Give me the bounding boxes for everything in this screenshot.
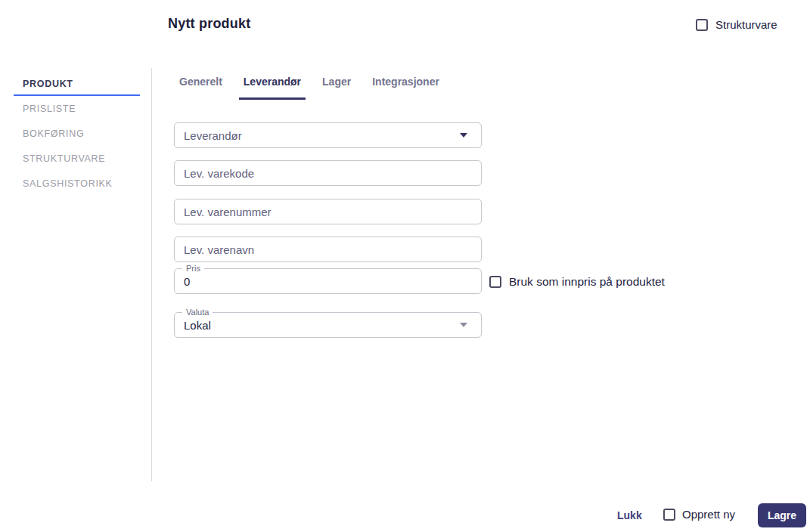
tab-generelt[interactable]: Generelt <box>175 76 227 100</box>
opprett-ny-checkbox-label: Opprett ny <box>682 508 735 521</box>
innpris-checkbox-label: Bruk som innpris på produktet <box>509 275 665 289</box>
pris-input[interactable] <box>184 269 472 293</box>
lev-varenummer-field[interactable] <box>174 199 482 224</box>
pris-field-label: Pris <box>182 263 204 274</box>
sidebar: PRODUKT PRISLISTE BOKFØRING STRUKTURVARE… <box>14 73 140 196</box>
sidebar-item-produkt[interactable]: PRODUKT <box>14 73 140 96</box>
sidebar-item-bokforing[interactable]: BOKFØRING <box>14 121 140 146</box>
leverandor-select-value: Leverandør <box>184 129 242 142</box>
chevron-down-icon <box>460 133 467 138</box>
strukturvare-checkbox-label: Strukturvare <box>715 18 777 31</box>
pris-field[interactable]: Pris <box>174 268 482 294</box>
strukturvare-checkbox[interactable]: Strukturvare <box>696 18 777 31</box>
strukturvare-checkbox-box[interactable] <box>696 19 708 31</box>
sidebar-item-prisliste[interactable]: PRISLISTE <box>14 96 140 121</box>
tab-lager[interactable]: Lager <box>318 76 355 100</box>
sidebar-divider <box>151 68 152 481</box>
lukk-button[interactable]: Lukk <box>617 509 642 521</box>
lev-varekode-input[interactable] <box>184 161 472 185</box>
innpris-checkbox[interactable]: Bruk som innpris på produktet <box>489 275 665 289</box>
tab-integrasjoner[interactable]: Integrasjoner <box>368 76 444 100</box>
sidebar-item-strukturvare[interactable]: STRUKTURVARE <box>14 146 140 171</box>
lagre-button[interactable]: Lagre <box>758 503 806 527</box>
tab-leverandor[interactable]: Leverandør <box>239 76 306 100</box>
page-title: Nytt produkt <box>168 16 250 32</box>
chevron-down-icon <box>460 323 467 327</box>
sidebar-item-salgshistorikk[interactable]: SALGSHISTORIKK <box>14 171 140 196</box>
innpris-checkbox-box[interactable] <box>489 276 501 288</box>
new-product-dialog: Nytt produkt Strukturvare PRODUKT PRISLI… <box>0 0 810 532</box>
valuta-select-value: Lokal <box>184 319 211 332</box>
lev-varenavn-input[interactable] <box>184 237 472 261</box>
tab-bar: Generelt Leverandør Lager Integrasjoner <box>175 76 444 100</box>
valuta-select-label: Valuta <box>182 307 213 317</box>
lev-varenavn-field[interactable] <box>174 237 482 262</box>
opprett-ny-checkbox[interactable]: Opprett ny <box>663 508 735 521</box>
lev-varekode-field[interactable] <box>174 160 482 186</box>
valuta-select[interactable]: Valuta Lokal <box>174 312 482 338</box>
opprett-ny-checkbox-box[interactable] <box>663 509 675 521</box>
leverandor-select[interactable]: Leverandør <box>174 122 482 148</box>
lev-varenummer-input[interactable] <box>184 200 472 224</box>
